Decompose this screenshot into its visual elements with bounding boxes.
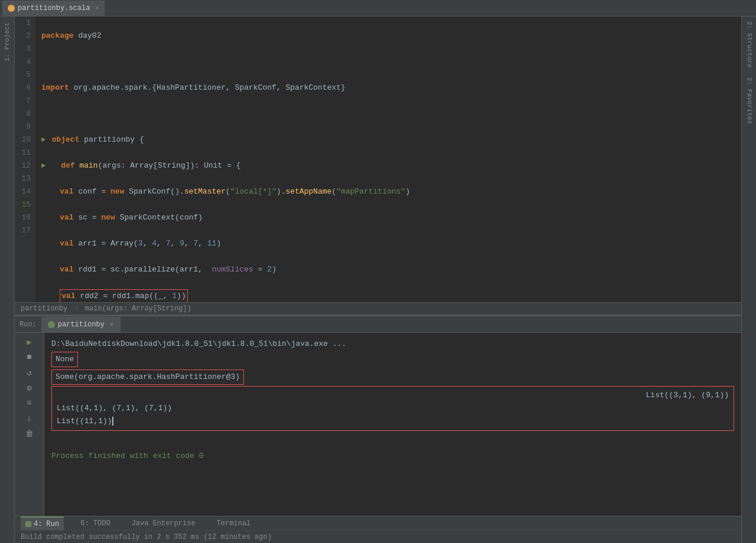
main-area: 1: Project 1 2 3 4 5 6 7 8 9 10 11 12 13…: [0, 17, 756, 543]
tab-run-label: 4: Run: [34, 520, 59, 528]
breadcrumb-part2: main(args: Array[String]): [85, 305, 191, 313]
code-line-6: ▶ def main(args: Array[String]): Unit = …: [41, 159, 735, 172]
run-play-button[interactable]: ▶: [24, 336, 35, 348]
right-panels: 2: Structure 2: Favorites: [741, 17, 756, 543]
run-content: ▶ ■ ↺ ⚙ ≡ ⇩ 🗑 D:\BaiduNetdiskDownload\jd…: [15, 333, 741, 516]
code-line-7: val conf = new SparkConf().setMaster("lo…: [41, 185, 735, 198]
run-tab-partitionby[interactable]: partitionby ×: [41, 317, 120, 332]
code-line-9: val arr1 = Array(3, 4, 7, 9, 7, 11): [41, 237, 735, 250]
run-tab-icon-small: [25, 521, 31, 527]
code-content[interactable]: package day02 import org.apache.spark.{H…: [35, 17, 741, 302]
run-tab-name: partitionby: [58, 320, 105, 329]
tab-terminal-label: Terminal: [217, 519, 251, 528]
code-line-11: val rdd2 = rdd1.map((_, 1)): [41, 289, 735, 302]
process-finished-text: Process finished with exit code 0: [51, 452, 203, 460]
tab-run[interactable]: 4: Run: [21, 516, 64, 530]
code-line-3: import org.apache.spark.{HashPartitioner…: [41, 81, 735, 94]
favorites-panel-label[interactable]: 2: Favorites: [742, 73, 756, 129]
run-rerun-button[interactable]: ↺: [24, 367, 35, 378]
run-tab-close[interactable]: ×: [110, 321, 114, 328]
run-settings-button[interactable]: ⚙: [24, 382, 35, 394]
output-list3-text: List((11,1)): [57, 417, 112, 426]
code-line-8: val sc = new SparkContext(conf): [41, 211, 735, 224]
output-list3-line: List((11,1)): [57, 415, 729, 428]
tab-terminal[interactable]: Terminal: [212, 516, 256, 530]
run-label: Run:: [15, 320, 41, 329]
run-list-button[interactable]: ≡: [24, 397, 35, 409]
run-scroll-button[interactable]: ⇩: [24, 413, 35, 424]
output-list2-text: List((4,1), (7,1), (7,1)): [57, 404, 172, 413]
tab-todo[interactable]: 6: TODO: [76, 516, 115, 530]
output-none-line: None: [51, 352, 734, 367]
output-some-line: Some(org.apache.spark.HashPartitioner@3): [51, 369, 734, 385]
output-process-finished: Process finished with exit code 0: [51, 437, 734, 463]
output-list1-text: List((3,1), (9,1)): [646, 391, 729, 400]
run-sidebar: ▶ ■ ↺ ⚙ ≡ ⇩ 🗑: [15, 333, 44, 516]
breadcrumb-part1: partitionby: [21, 305, 67, 313]
output-lists-box: List((3,1), (9,1)) List((4,1), (7,1), (7…: [51, 386, 734, 431]
tab-java-enterprise[interactable]: Java Enterprise: [127, 516, 200, 530]
code-line-5: ▶ object partitionby {: [41, 133, 735, 146]
code-line-10: val rdd1 = sc.parallelize(arr1, numSlice…: [41, 263, 735, 276]
code-line-2: [41, 55, 735, 68]
output-none-value: None: [51, 352, 78, 367]
output-list1-right: List((3,1), (9,1)): [57, 389, 729, 402]
file-tab-icon: [8, 5, 15, 12]
run-stop-button[interactable]: ■: [24, 351, 35, 363]
run-output[interactable]: D:\BaiduNetdiskDownload\jdk1.8.0_51\jdk1…: [44, 333, 741, 516]
run-panel: Run: partitionby × ▶ ■ ↺ ⚙ ≡ ⇩ 🗑: [15, 315, 741, 516]
status-message: Build completed successfully in 2 s 352 …: [21, 533, 272, 541]
tab-java-label: Java Enterprise: [132, 519, 195, 528]
code-line-4: [41, 107, 735, 120]
editor-container: 1 2 3 4 5 6 7 8 9 10 11 12 13 14 15 16 1…: [15, 17, 741, 543]
tab-bar: partitionby.scala ×: [0, 0, 756, 17]
breadcrumb-sep1: ›: [74, 305, 78, 313]
bottom-tab-bar: 4: Run 6: TODO Java Enterprise Terminal: [15, 516, 741, 530]
status-bar: Build completed successfully in 2 s 352 …: [15, 530, 741, 543]
left-gutter-panel: 1: Project: [0, 17, 15, 543]
output-path-line: D:\BaiduNetdiskDownload\jdk1.8.0_51\jdk1…: [51, 338, 734, 351]
run-tab-icon: [48, 321, 55, 328]
output-some-value: Some(org.apache.spark.HashPartitioner@3): [51, 369, 244, 385]
code-editor[interactable]: 1 2 3 4 5 6 7 8 9 10 11 12 13 14 15 16 1…: [15, 17, 741, 302]
run-trash-button[interactable]: 🗑: [24, 428, 35, 440]
file-tab[interactable]: partitionby.scala ×: [2, 1, 105, 16]
tab-todo-label: 6: TODO: [80, 519, 110, 528]
run-tabs-row: Run: partitionby ×: [15, 316, 741, 333]
project-panel-label[interactable]: 1: Project: [4, 19, 11, 64]
structure-panel-label[interactable]: 2: Structure: [742, 17, 756, 73]
code-line-1: package day02: [41, 30, 735, 42]
tab-filename: partitionby.scala: [18, 4, 90, 12]
breadcrumb: partitionby › main(args: Array[String]): [15, 302, 741, 315]
line-numbers: 1 2 3 4 5 6 7 8 9 10 11 12 13 14 15 16 1…: [15, 17, 35, 302]
tab-close-button[interactable]: ×: [95, 5, 99, 12]
output-list2-line: List((4,1), (7,1), (7,1)): [57, 402, 729, 415]
